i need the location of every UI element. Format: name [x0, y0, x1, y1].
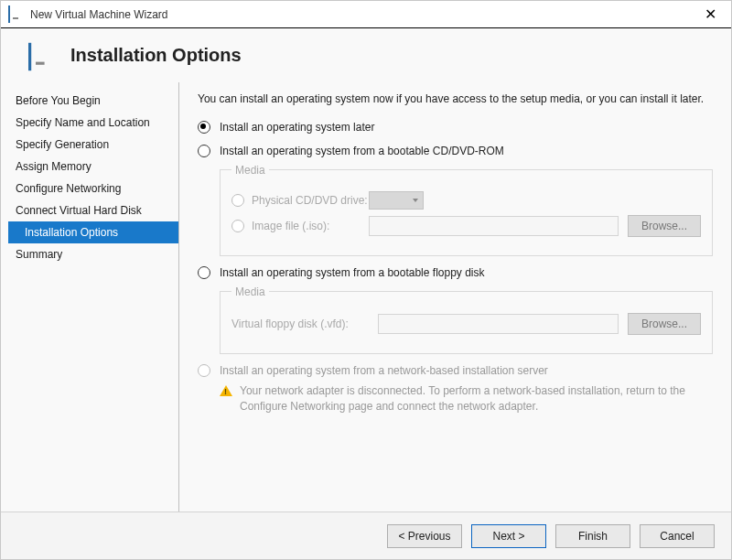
- step-installation-options[interactable]: Installation Options: [8, 221, 178, 243]
- intro-text: You can install an operating system now …: [198, 92, 713, 107]
- radio-network: [198, 364, 210, 377]
- page-header: Installation Options: [1, 28, 731, 82]
- window-title: New Virtual Machine Wizard: [30, 8, 697, 21]
- browse-iso-button: Browse...: [628, 215, 701, 237]
- step-connect-vhd[interactable]: Connect Virtual Hard Disk: [8, 199, 178, 221]
- step-assign-memory[interactable]: Assign Memory: [8, 156, 178, 178]
- wizard-body: Before You Begin Specify Name and Locati…: [1, 82, 731, 512]
- option-floppy-label: Install an operating system from a boota…: [220, 265, 485, 280]
- header-icon: [28, 48, 43, 64]
- physical-drive-dropdown: [369, 191, 424, 210]
- media-floppy-group: Media Virtual floppy disk (.vfd): Browse…: [220, 285, 713, 354]
- titlebar: New Virtual Machine Wizard ✕: [1, 1, 731, 28]
- step-before-you-begin[interactable]: Before You Begin: [8, 90, 178, 112]
- radio-install-later[interactable]: [198, 121, 210, 134]
- step-specify-generation[interactable]: Specify Generation: [8, 134, 178, 156]
- media-legend-floppy: Media: [231, 285, 269, 298]
- vfd-label: Virtual floppy disk (.vfd):: [231, 318, 378, 330]
- step-specify-name[interactable]: Specify Name and Location: [8, 112, 178, 134]
- radio-cddvd[interactable]: [198, 145, 210, 157]
- steps-sidebar: Before You Begin Specify Name and Locati…: [1, 82, 179, 512]
- option-cddvd[interactable]: Install an operating system from a boota…: [198, 144, 713, 158]
- network-warning-row: Your network adapter is disconnected. To…: [220, 383, 713, 415]
- finish-button[interactable]: Finish: [555, 524, 630, 548]
- next-button[interactable]: Next >: [471, 524, 546, 548]
- radio-physical-drive: [231, 194, 244, 207]
- close-icon[interactable]: ✕: [697, 5, 724, 23]
- option-cddvd-label: Install an operating system from a boota…: [220, 144, 504, 158]
- physical-drive-row: Physical CD/DVD drive:: [231, 193, 369, 207]
- content-pane: You can install an operating system now …: [179, 82, 713, 512]
- wizard-footer: < Previous Next > Finish Cancel: [1, 512, 731, 559]
- radio-floppy[interactable]: [198, 266, 210, 279]
- network-warning-text: Your network adapter is disconnected. To…: [240, 383, 713, 415]
- option-install-later-label: Install an operating system later: [220, 120, 374, 135]
- iso-path-input: [369, 216, 619, 236]
- app-icon: [8, 6, 23, 23]
- media-cddvd-group: Media Physical CD/DVD drive: Image file …: [220, 164, 713, 256]
- previous-button[interactable]: < Previous: [387, 524, 462, 548]
- image-file-row: Image file (.iso):: [231, 219, 369, 232]
- option-network: Install an operating system from a netwo…: [198, 363, 713, 378]
- option-floppy[interactable]: Install an operating system from a boota…: [198, 265, 713, 280]
- step-summary[interactable]: Summary: [8, 243, 178, 265]
- radio-image-file: [231, 220, 244, 232]
- media-legend: Media: [231, 164, 269, 177]
- cancel-button[interactable]: Cancel: [640, 524, 715, 548]
- page-title: Installation Options: [70, 45, 242, 66]
- option-install-later[interactable]: Install an operating system later: [198, 120, 713, 135]
- browse-vfd-button: Browse...: [628, 313, 701, 335]
- option-network-label: Install an operating system from a netwo…: [220, 363, 548, 378]
- image-file-label: Image file (.iso):: [252, 220, 329, 232]
- vfd-path-input: [378, 314, 619, 334]
- physical-drive-label: Physical CD/DVD drive:: [252, 194, 368, 207]
- step-configure-networking[interactable]: Configure Networking: [8, 178, 178, 199]
- wizard-window: New Virtual Machine Wizard ✕ Installatio…: [0, 0, 732, 560]
- warning-icon: [220, 385, 232, 396]
